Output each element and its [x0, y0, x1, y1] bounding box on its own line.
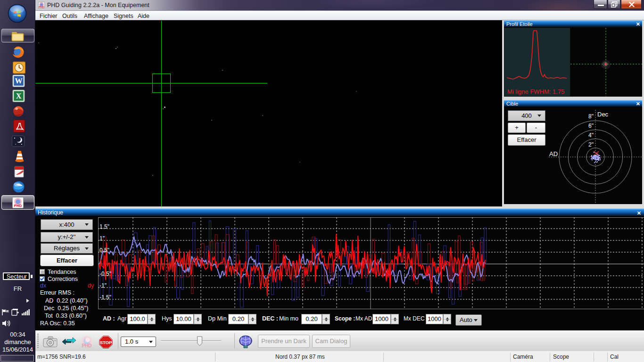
svg-text:PHD: PHD — [39, 6, 44, 8]
svg-text:PHD: PHD — [14, 204, 22, 208]
svg-text:W: W — [15, 77, 22, 85]
svg-text:X: X — [16, 92, 22, 100]
svg-text:STOP: STOP — [100, 340, 112, 345]
svg-text:PHD: PHD — [82, 343, 91, 348]
